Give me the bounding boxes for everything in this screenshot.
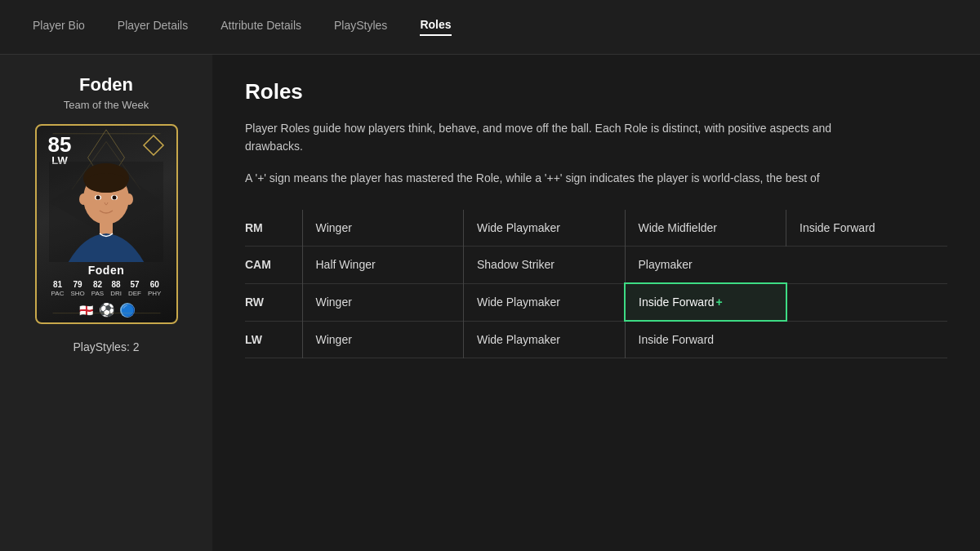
stat-pas-val: 82 bbox=[93, 280, 102, 290]
card-diamond-icon bbox=[142, 134, 165, 160]
stat-def: 57 DEF bbox=[128, 280, 141, 298]
nav-playstyles[interactable]: PlayStyles bbox=[334, 19, 387, 35]
main-content: Foden Team of the Week 85 LW bbox=[0, 55, 980, 551]
stat-pas: 82 PAS bbox=[91, 280, 104, 298]
stat-phy: 60 PHY bbox=[148, 280, 161, 298]
nav-roles[interactable]: Roles bbox=[420, 18, 451, 36]
player-image bbox=[49, 162, 163, 262]
role-cell: Wide Playmaker bbox=[464, 321, 626, 358]
roles-title: Roles bbox=[245, 79, 947, 104]
stat-sho: 79 SHO bbox=[70, 280, 84, 298]
role-cell: Winger bbox=[302, 321, 464, 358]
stat-sho-lbl: SHO bbox=[70, 290, 84, 298]
card-player-name: Foden bbox=[88, 264, 125, 277]
stat-pac-lbl: PAC bbox=[51, 290, 65, 298]
role-cell: Playmaker bbox=[625, 247, 786, 284]
player-name-heading: Foden bbox=[79, 74, 133, 96]
card-flags-row: 🏴󠁧󠁢󠁥󠁮󠁧󠁿 ⚽ 🔵 bbox=[78, 302, 135, 318]
table-row: CAMHalf WingerShadow StrikerPlaymaker bbox=[245, 247, 947, 284]
role-plus-icon: + bbox=[716, 295, 723, 309]
table-row: RMWingerWide PlaymakerWide MidfielderIns… bbox=[245, 210, 947, 247]
player-subtitle: Team of the Week bbox=[64, 99, 149, 111]
nav-player-details[interactable]: Player Details bbox=[118, 19, 188, 35]
svg-point-11 bbox=[79, 193, 87, 205]
svg-rect-17 bbox=[100, 222, 113, 235]
man-city-icon: 🔵 bbox=[120, 303, 135, 318]
table-row: LWWingerWide PlaymakerInside Forward bbox=[245, 321, 947, 358]
england-flag-icon: 🏴󠁧󠁢󠁥󠁮󠁧󠁿 bbox=[78, 304, 94, 316]
card-rating: 85 bbox=[48, 134, 72, 155]
left-panel: Foden Team of the Week 85 LW bbox=[0, 55, 212, 551]
role-cell: Wide Midfielder bbox=[625, 210, 786, 247]
svg-point-15 bbox=[96, 196, 100, 200]
card-stats-row: 81 PAC 79 SHO 82 PAS 88 DRI 57 DEF bbox=[51, 280, 162, 298]
stat-phy-val: 60 bbox=[150, 280, 159, 290]
position-cell: RW bbox=[245, 283, 302, 321]
svg-marker-5 bbox=[144, 136, 163, 155]
role-cell: Shadow Striker bbox=[464, 247, 626, 284]
stat-def-val: 57 bbox=[130, 280, 139, 290]
stat-dri-val: 88 bbox=[112, 280, 121, 290]
nav-player-bio[interactable]: Player Bio bbox=[33, 19, 85, 35]
stat-dri: 88 DRI bbox=[110, 280, 122, 298]
playstyles-count: PlayStyles: 2 bbox=[74, 340, 140, 353]
table-row: RWWingerWide PlaymakerInside Forward+ bbox=[245, 283, 947, 321]
stat-dri-lbl: DRI bbox=[110, 290, 122, 298]
role-cell: Half Winger bbox=[302, 247, 464, 284]
player-card: 85 LW bbox=[35, 124, 178, 324]
stat-def-lbl: DEF bbox=[128, 290, 141, 298]
right-panel: Roles Player Roles guide how players thi… bbox=[212, 55, 980, 551]
svg-point-10 bbox=[85, 173, 127, 193]
roles-table: RMWingerWide PlaymakerWide MidfielderIns… bbox=[245, 210, 947, 358]
roles-description-2: A '+' sign means the player has mastered… bbox=[245, 169, 833, 187]
role-cell: Wide Playmaker bbox=[464, 283, 626, 321]
role-cell: Wide Playmaker bbox=[464, 210, 626, 247]
svg-point-12 bbox=[125, 193, 133, 205]
role-cell: Inside Forward+ bbox=[625, 283, 786, 321]
premier-league-icon: ⚽ bbox=[99, 302, 115, 318]
role-cell: Inside Forward bbox=[786, 210, 948, 247]
nav-attribute-details[interactable]: Attribute Details bbox=[220, 19, 301, 35]
position-cell: CAM bbox=[245, 247, 302, 284]
roles-description-1: Player Roles guide how players think, be… bbox=[245, 119, 833, 156]
stat-pac-val: 81 bbox=[53, 280, 62, 290]
role-cell: Inside Forward bbox=[625, 321, 786, 358]
stat-pac: 81 PAC bbox=[51, 280, 65, 298]
stat-sho-val: 79 bbox=[74, 280, 82, 290]
top-navigation: Player Bio Player Details Attribute Deta… bbox=[0, 0, 980, 55]
role-cell: Winger bbox=[302, 283, 464, 321]
stat-phy-lbl: PHY bbox=[148, 290, 161, 298]
role-cell: Winger bbox=[302, 210, 464, 247]
position-cell: RM bbox=[245, 210, 302, 247]
svg-point-16 bbox=[113, 196, 117, 200]
stat-pas-lbl: PAS bbox=[91, 290, 104, 298]
position-cell: LW bbox=[245, 321, 302, 358]
